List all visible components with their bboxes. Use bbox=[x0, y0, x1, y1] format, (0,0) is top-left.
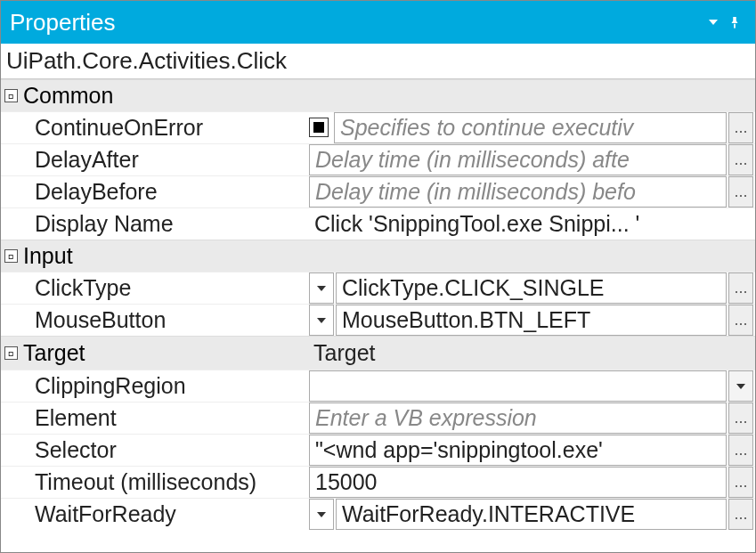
ellipsis-button[interactable]: ... bbox=[728, 112, 753, 143]
input-continue-on-error[interactable]: Specifies to continue executiv bbox=[334, 112, 727, 143]
dropdown-button[interactable] bbox=[309, 272, 334, 304]
label-delay-after: DelayAfter bbox=[1, 144, 309, 175]
section-header-common[interactable]: ▫ Common bbox=[1, 79, 755, 111]
ellipsis-button[interactable]: ... bbox=[728, 176, 753, 207]
section-header-input[interactable]: ▫ Input bbox=[1, 240, 755, 272]
section-title: Target bbox=[23, 340, 312, 366]
row-mouse-button: MouseButton MouseButton.BTN_LEFT ... bbox=[1, 304, 755, 336]
value-display-name[interactable]: Click 'SnippingTool.exe Snippi... ' bbox=[309, 208, 753, 240]
dropdown-button[interactable] bbox=[309, 499, 334, 530]
label-timeout: Timeout (milliseconds) bbox=[1, 467, 309, 498]
dropdown-icon[interactable] bbox=[703, 20, 723, 25]
collapse-icon[interactable]: ▫ bbox=[4, 249, 18, 263]
panel-title: Properties bbox=[10, 9, 116, 37]
label-wait-for-ready: WaitForReady bbox=[1, 499, 309, 530]
section-header-target[interactable]: ▫ Target Target bbox=[1, 336, 755, 370]
ellipsis-button[interactable]: ... bbox=[728, 403, 753, 434]
row-element: Element Enter a VB expression ... bbox=[1, 402, 755, 434]
svg-marker-0 bbox=[709, 20, 718, 25]
section-title: Input bbox=[23, 243, 73, 269]
pin-icon[interactable] bbox=[723, 16, 746, 28]
svg-marker-4 bbox=[317, 512, 326, 517]
label-clipping-region: ClippingRegion bbox=[1, 370, 309, 402]
label-element: Element bbox=[1, 403, 309, 434]
label-continue-on-error: ContinueOnError bbox=[1, 112, 309, 143]
collapse-icon[interactable]: ▫ bbox=[4, 89, 18, 102]
input-mouse-button[interactable]: MouseButton.BTN_LEFT bbox=[336, 305, 727, 336]
collapse-icon[interactable]: ▫ bbox=[4, 346, 18, 360]
value-target: Target bbox=[312, 339, 753, 367]
input-timeout[interactable]: 15000 bbox=[309, 467, 727, 498]
row-clipping-region: ClippingRegion bbox=[1, 370, 755, 402]
row-click-type: ClickType ClickType.CLICK_SINGLE ... bbox=[1, 272, 755, 304]
label-selector: Selector bbox=[1, 435, 309, 466]
section-title: Common bbox=[23, 83, 113, 109]
input-element[interactable]: Enter a VB expression bbox=[309, 403, 727, 434]
dropdown-button[interactable] bbox=[309, 305, 334, 336]
input-click-type[interactable]: ClickType.CLICK_SINGLE bbox=[336, 272, 727, 304]
row-delay-after: DelayAfter Delay time (in milliseconds) … bbox=[1, 143, 755, 175]
ellipsis-button[interactable]: ... bbox=[728, 272, 753, 304]
ellipsis-button[interactable]: ... bbox=[728, 499, 753, 530]
ellipsis-button[interactable]: ... bbox=[728, 467, 753, 498]
row-timeout: Timeout (milliseconds) 15000 ... bbox=[1, 466, 755, 498]
svg-marker-3 bbox=[736, 384, 745, 389]
label-display-name: Display Name bbox=[1, 208, 309, 240]
ellipsis-button[interactable]: ... bbox=[728, 435, 753, 466]
row-wait-for-ready: WaitForReady WaitForReady.INTERACTIVE ..… bbox=[1, 498, 755, 530]
input-clipping-region[interactable] bbox=[309, 370, 727, 402]
label-delay-before: DelayBefore bbox=[1, 176, 309, 207]
input-selector[interactable]: "<wnd app='snippingtool.exe' bbox=[309, 435, 727, 466]
input-wait-for-ready[interactable]: WaitForReady.INTERACTIVE bbox=[336, 499, 727, 530]
row-display-name: Display Name Click 'SnippingTool.exe Sni… bbox=[1, 207, 755, 240]
row-delay-before: DelayBefore Delay time (in milliseconds)… bbox=[1, 175, 755, 207]
svg-marker-1 bbox=[317, 286, 326, 291]
activity-type-label: UiPath.Core.Activities.Click bbox=[1, 44, 755, 79]
svg-marker-2 bbox=[317, 318, 326, 323]
input-delay-after[interactable]: Delay time (in milliseconds) afte bbox=[309, 144, 727, 175]
checkbox-continue-on-error[interactable] bbox=[309, 118, 329, 137]
input-delay-before[interactable]: Delay time (in milliseconds) befo bbox=[309, 176, 727, 207]
panel-titlebar: Properties bbox=[1, 1, 755, 44]
ellipsis-button[interactable]: ... bbox=[728, 305, 753, 336]
ellipsis-button[interactable]: ... bbox=[728, 144, 753, 175]
row-continue-on-error: ContinueOnError Specifies to continue ex… bbox=[1, 111, 755, 143]
dropdown-button[interactable] bbox=[728, 370, 753, 402]
label-mouse-button: MouseButton bbox=[1, 305, 309, 336]
row-selector: Selector "<wnd app='snippingtool.exe' ..… bbox=[1, 434, 755, 466]
label-click-type: ClickType bbox=[1, 272, 309, 304]
